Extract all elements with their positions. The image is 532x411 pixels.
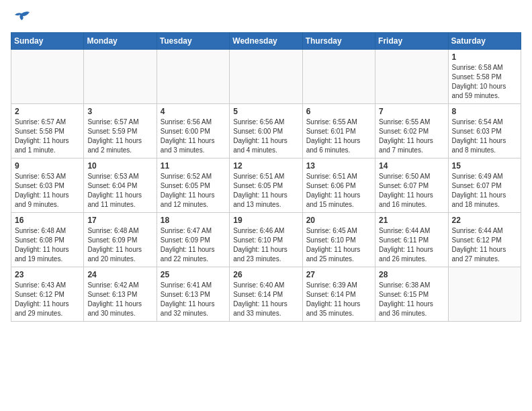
day-number: 17	[87, 216, 152, 225]
day-info: Sunrise: 6:46 AM Sunset: 6:10 PM Dayligh…	[233, 226, 298, 264]
weekday-header-thursday: Thursday	[302, 33, 375, 50]
calendar-cell: 26Sunrise: 6:40 AM Sunset: 6:14 PM Dayli…	[230, 267, 302, 322]
calendar-table: SundayMondayTuesdayWednesdayThursdayFrid…	[11, 32, 521, 322]
logo	[11, 11, 31, 27]
weekday-header-saturday: Saturday	[448, 33, 521, 50]
calendar-week-4: 16Sunrise: 6:48 AM Sunset: 6:08 PM Dayli…	[11, 213, 521, 267]
day-info: Sunrise: 6:57 AM Sunset: 5:59 PM Dayligh…	[87, 118, 152, 155]
day-number: 28	[379, 270, 444, 279]
day-number: 10	[87, 161, 152, 171]
calendar-cell: 10Sunrise: 6:53 AM Sunset: 6:04 PM Dayli…	[84, 158, 157, 213]
calendar-cell	[157, 50, 229, 104]
calendar-cell: 8Sunrise: 6:54 AM Sunset: 6:03 PM Daylig…	[448, 104, 521, 158]
day-info: Sunrise: 6:52 AM Sunset: 6:05 PM Dayligh…	[161, 172, 226, 210]
day-number: 8	[452, 107, 517, 116]
day-info: Sunrise: 6:50 AM Sunset: 6:07 PM Dayligh…	[379, 172, 444, 210]
day-number: 23	[15, 270, 80, 279]
calendar-cell: 1Sunrise: 6:58 AM Sunset: 5:58 PM Daylig…	[448, 50, 521, 104]
calendar-cell: 5Sunrise: 6:56 AM Sunset: 6:00 PM Daylig…	[230, 104, 302, 158]
day-info: Sunrise: 6:39 AM Sunset: 6:14 PM Dayligh…	[306, 281, 371, 318]
day-number: 1	[452, 52, 517, 62]
calendar-cell: 14Sunrise: 6:50 AM Sunset: 6:07 PM Dayli…	[375, 158, 448, 213]
day-info: Sunrise: 6:53 AM Sunset: 6:04 PM Dayligh…	[87, 172, 152, 210]
day-info: Sunrise: 6:43 AM Sunset: 6:12 PM Dayligh…	[15, 281, 80, 318]
day-number: 2	[15, 107, 80, 116]
day-number: 11	[161, 161, 226, 171]
calendar-cell: 3Sunrise: 6:57 AM Sunset: 5:59 PM Daylig…	[84, 104, 157, 158]
day-number: 6	[306, 107, 371, 116]
calendar-cell: 7Sunrise: 6:55 AM Sunset: 6:02 PM Daylig…	[375, 104, 448, 158]
day-info: Sunrise: 6:57 AM Sunset: 5:58 PM Dayligh…	[15, 118, 80, 155]
calendar-cell: 17Sunrise: 6:48 AM Sunset: 6:09 PM Dayli…	[84, 213, 157, 267]
page-header	[11, 11, 521, 27]
day-info: Sunrise: 6:48 AM Sunset: 6:09 PM Dayligh…	[87, 226, 152, 264]
calendar-week-3: 9Sunrise: 6:53 AM Sunset: 6:03 PM Daylig…	[11, 158, 521, 213]
day-info: Sunrise: 6:49 AM Sunset: 6:07 PM Dayligh…	[452, 172, 517, 210]
calendar-cell: 13Sunrise: 6:51 AM Sunset: 6:06 PM Dayli…	[302, 158, 375, 213]
calendar-week-2: 2Sunrise: 6:57 AM Sunset: 5:58 PM Daylig…	[11, 104, 521, 158]
weekday-header-monday: Monday	[84, 33, 157, 50]
calendar-cell: 19Sunrise: 6:46 AM Sunset: 6:10 PM Dayli…	[230, 213, 302, 267]
day-number: 22	[452, 216, 517, 225]
calendar-cell: 16Sunrise: 6:48 AM Sunset: 6:08 PM Dayli…	[11, 213, 84, 267]
day-number: 12	[233, 161, 298, 171]
calendar-cell: 27Sunrise: 6:39 AM Sunset: 6:14 PM Dayli…	[302, 267, 375, 322]
day-number: 16	[15, 216, 80, 225]
calendar-cell: 2Sunrise: 6:57 AM Sunset: 5:58 PM Daylig…	[11, 104, 84, 158]
day-number: 18	[161, 216, 226, 225]
calendar-cell: 18Sunrise: 6:47 AM Sunset: 6:09 PM Dayli…	[157, 213, 229, 267]
day-info: Sunrise: 6:58 AM Sunset: 5:58 PM Dayligh…	[452, 63, 517, 101]
calendar-week-5: 23Sunrise: 6:43 AM Sunset: 6:12 PM Dayli…	[11, 267, 521, 322]
day-number: 5	[233, 107, 298, 116]
weekday-header-sunday: Sunday	[11, 33, 84, 50]
calendar-cell: 22Sunrise: 6:44 AM Sunset: 6:12 PM Dayli…	[448, 213, 521, 267]
day-number: 14	[379, 161, 444, 171]
day-number: 27	[306, 270, 371, 279]
weekday-header-wednesday: Wednesday	[230, 33, 302, 50]
day-info: Sunrise: 6:55 AM Sunset: 6:02 PM Dayligh…	[379, 118, 444, 155]
day-info: Sunrise: 6:45 AM Sunset: 6:10 PM Dayligh…	[306, 226, 371, 264]
day-number: 21	[379, 216, 444, 225]
day-number: 9	[15, 161, 80, 171]
calendar-cell: 6Sunrise: 6:55 AM Sunset: 6:01 PM Daylig…	[302, 104, 375, 158]
calendar-cell	[11, 50, 84, 104]
day-info: Sunrise: 6:51 AM Sunset: 6:06 PM Dayligh…	[306, 172, 371, 210]
day-number: 13	[306, 161, 371, 171]
calendar-week-1: 1Sunrise: 6:58 AM Sunset: 5:58 PM Daylig…	[11, 50, 521, 104]
calendar-cell: 20Sunrise: 6:45 AM Sunset: 6:10 PM Dayli…	[302, 213, 375, 267]
day-info: Sunrise: 6:44 AM Sunset: 6:11 PM Dayligh…	[379, 226, 444, 264]
calendar-cell	[84, 50, 157, 104]
day-info: Sunrise: 6:55 AM Sunset: 6:01 PM Dayligh…	[306, 118, 371, 155]
day-number: 7	[379, 107, 444, 116]
day-number: 25	[161, 270, 226, 279]
day-info: Sunrise: 6:56 AM Sunset: 6:00 PM Dayligh…	[233, 118, 298, 155]
day-info: Sunrise: 6:38 AM Sunset: 6:15 PM Dayligh…	[379, 281, 444, 318]
calendar-cell: 24Sunrise: 6:42 AM Sunset: 6:13 PM Dayli…	[84, 267, 157, 322]
day-info: Sunrise: 6:53 AM Sunset: 6:03 PM Dayligh…	[15, 172, 80, 210]
day-number: 15	[452, 161, 517, 171]
day-info: Sunrise: 6:41 AM Sunset: 6:13 PM Dayligh…	[161, 281, 226, 318]
calendar-cell: 11Sunrise: 6:52 AM Sunset: 6:05 PM Dayli…	[157, 158, 229, 213]
calendar-cell	[302, 50, 375, 104]
day-info: Sunrise: 6:56 AM Sunset: 6:00 PM Dayligh…	[161, 118, 226, 155]
day-info: Sunrise: 6:47 AM Sunset: 6:09 PM Dayligh…	[161, 226, 226, 264]
day-info: Sunrise: 6:51 AM Sunset: 6:05 PM Dayligh…	[233, 172, 298, 210]
calendar-cell: 28Sunrise: 6:38 AM Sunset: 6:15 PM Dayli…	[375, 267, 448, 322]
day-info: Sunrise: 6:42 AM Sunset: 6:13 PM Dayligh…	[87, 281, 152, 318]
calendar-cell	[448, 267, 521, 322]
calendar-cell: 23Sunrise: 6:43 AM Sunset: 6:12 PM Dayli…	[11, 267, 84, 322]
day-info: Sunrise: 6:40 AM Sunset: 6:14 PM Dayligh…	[233, 281, 298, 318]
day-number: 3	[87, 107, 152, 116]
calendar-cell	[230, 50, 302, 104]
weekday-header-row: SundayMondayTuesdayWednesdayThursdayFrid…	[11, 33, 521, 50]
day-number: 20	[306, 216, 371, 225]
calendar-cell: 25Sunrise: 6:41 AM Sunset: 6:13 PM Dayli…	[157, 267, 229, 322]
day-number: 19	[233, 216, 298, 225]
calendar-cell	[375, 50, 448, 104]
day-info: Sunrise: 6:44 AM Sunset: 6:12 PM Dayligh…	[452, 226, 517, 264]
calendar-cell: 21Sunrise: 6:44 AM Sunset: 6:11 PM Dayli…	[375, 213, 448, 267]
calendar-cell: 4Sunrise: 6:56 AM Sunset: 6:00 PM Daylig…	[157, 104, 229, 158]
calendar-cell: 12Sunrise: 6:51 AM Sunset: 6:05 PM Dayli…	[230, 158, 302, 213]
weekday-header-tuesday: Tuesday	[157, 33, 229, 50]
day-number: 24	[87, 270, 152, 279]
